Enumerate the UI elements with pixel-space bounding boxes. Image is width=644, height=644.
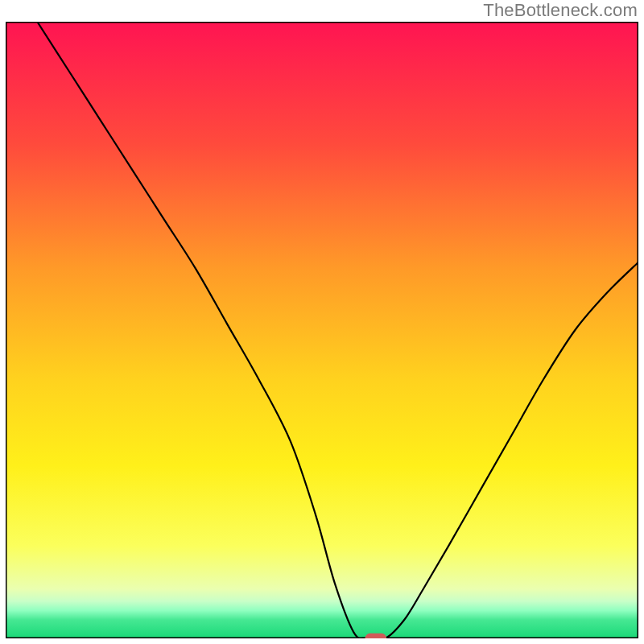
gradient-background	[6, 22, 638, 638]
chart-container: TheBottleneck.com	[0, 0, 644, 644]
plot-area	[6, 22, 638, 638]
optimal-point-marker	[365, 634, 386, 638]
bottleneck-chart	[6, 22, 638, 638]
watermark-label: TheBottleneck.com	[483, 0, 638, 21]
